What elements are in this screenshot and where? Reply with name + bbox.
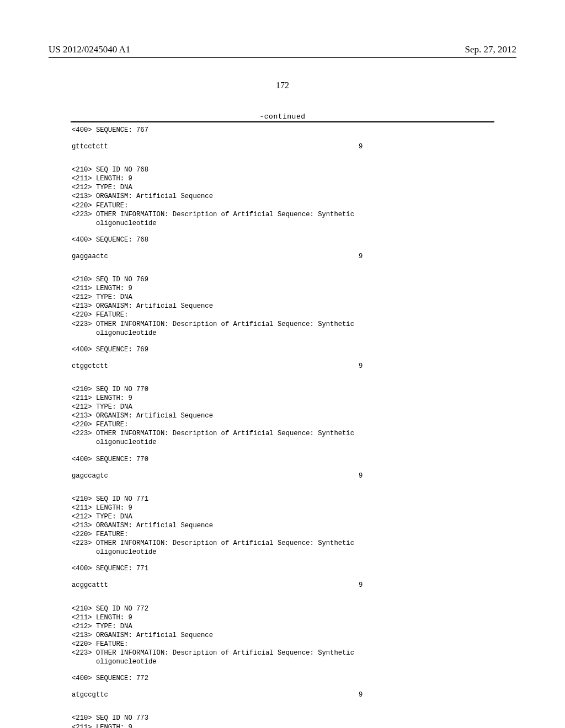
listing-line: <400> SEQUENCE: 769 (72, 345, 493, 354)
sequence-line: gagccagtc9 (72, 472, 493, 480)
listing-line: <220> FEATURE: (72, 640, 493, 649)
listing-gap (72, 480, 493, 495)
listing-line: <400> SEQUENCE: 772 (72, 674, 493, 683)
listing-line: <213> ORGANISM: Artificial Sequence (72, 302, 493, 311)
listing-line: <212> TYPE: DNA (72, 403, 493, 411)
listing-line: <211> LENGTH: 9 (72, 504, 493, 512)
listing-gap (72, 338, 493, 345)
listing-line: <223> OTHER INFORMATION: Description of … (72, 320, 493, 329)
listing-gap (72, 228, 493, 235)
page-number: 172 (0, 81, 565, 90)
listing-line: <213> ORGANISM: Artificial Sequence (72, 411, 493, 420)
listing-line: <211> LENGTH: 9 (72, 613, 493, 622)
listing-line: <400> SEQUENCE: 768 (72, 235, 493, 244)
listing-line: <210> SEQ ID NO 773 (72, 714, 493, 722)
listing-line: <211> LENGTH: 9 (72, 723, 493, 729)
listing-gap (72, 371, 493, 385)
sequence-line: acggcattt9 (72, 581, 493, 590)
sequence-text: gttcctctt (72, 143, 108, 151)
sequence-line: gaggaactc9 (72, 252, 493, 261)
listing-line: oligonucleotide (72, 329, 493, 338)
listing-gap (72, 151, 493, 165)
listing-line: <400> SEQUENCE: 771 (72, 564, 493, 573)
listing-line: <210> SEQ ID NO 772 (72, 604, 493, 613)
listing-line: <210> SEQ ID NO 769 (72, 275, 493, 284)
listing-line: <212> TYPE: DNA (72, 183, 493, 192)
sequence-text: gagccagtc (72, 472, 108, 480)
publication-date: Sep. 27, 2012 (465, 44, 517, 55)
sequence-line: gttcctctt9 (72, 142, 493, 151)
header-rule (49, 57, 516, 58)
listing-gap (72, 666, 493, 674)
listing-line: <210> SEQ ID NO 771 (72, 495, 493, 504)
listing-line: <400> SEQUENCE: 770 (72, 455, 493, 464)
listing-line: <220> FEATURE: (72, 420, 493, 429)
listing-line: <212> TYPE: DNA (72, 622, 493, 631)
listing-line: <211> LENGTH: 9 (72, 284, 493, 293)
sequence-line: ctggctctt9 (72, 362, 493, 371)
listing-line: <212> TYPE: DNA (72, 293, 493, 302)
sequence-text: ctggctctt (72, 362, 108, 370)
listing-gap (72, 699, 493, 714)
listing-gap (72, 244, 493, 252)
listing-line: <212> TYPE: DNA (72, 512, 493, 521)
sequence-text: gaggaactc (72, 253, 108, 260)
sequence-text: atgccgttc (72, 691, 108, 699)
listing-line: oligonucleotide (72, 438, 493, 447)
listing-gap (72, 261, 493, 275)
listing-line: <223> OTHER INFORMATION: Description of … (72, 429, 493, 438)
listing-line: <213> ORGANISM: Artificial Sequence (72, 631, 493, 640)
listing-gap (72, 556, 493, 564)
sequence-length: 9 (359, 362, 363, 371)
listing-line: <223> OTHER INFORMATION: Description of … (72, 210, 493, 219)
listing-line: <211> LENGTH: 9 (72, 394, 493, 403)
listing-line: <211> LENGTH: 9 (72, 174, 493, 183)
listing-gap (72, 683, 493, 690)
listing-line: <220> FEATURE: (72, 201, 493, 210)
sequence-line: atgccgttc9 (72, 690, 493, 699)
listing-line: <210> SEQ ID NO 768 (72, 165, 493, 174)
listing-gap (72, 464, 493, 472)
listing-line: <213> ORGANISM: Artificial Sequence (72, 521, 493, 530)
sequence-length: 9 (359, 142, 363, 151)
sequence-length: 9 (359, 472, 363, 480)
listing-line: oligonucleotide (72, 219, 493, 228)
listing-gap (72, 135, 493, 142)
sequence-length: 9 (359, 581, 363, 590)
listing-line: oligonucleotide (72, 548, 493, 556)
listing-line: <220> FEATURE: (72, 311, 493, 319)
listing-line: <213> ORGANISM: Artificial Sequence (72, 192, 493, 201)
sequence-length: 9 (359, 690, 363, 699)
listing-top-rule (71, 121, 494, 122)
listing-line: <220> FEATURE: (72, 530, 493, 539)
sequence-text: acggcattt (72, 581, 108, 589)
listing-gap (72, 354, 493, 362)
listing-gap (72, 447, 493, 455)
listing-line: <400> SEQUENCE: 767 (72, 126, 493, 135)
continued-label: -continued (0, 113, 565, 121)
listing-line: oligonucleotide (72, 657, 493, 666)
publication-number: US 2012/0245040 A1 (49, 44, 130, 55)
sequence-length: 9 (359, 252, 363, 261)
listing-gap (72, 573, 493, 581)
listing-line: <223> OTHER INFORMATION: Description of … (72, 649, 493, 657)
listing-gap (72, 590, 493, 604)
listing-line: <210> SEQ ID NO 770 (72, 385, 493, 394)
listing-line: <223> OTHER INFORMATION: Description of … (72, 539, 493, 548)
sequence-listing: <400> SEQUENCE: 767gttcctctt9<210> SEQ I… (72, 126, 493, 728)
